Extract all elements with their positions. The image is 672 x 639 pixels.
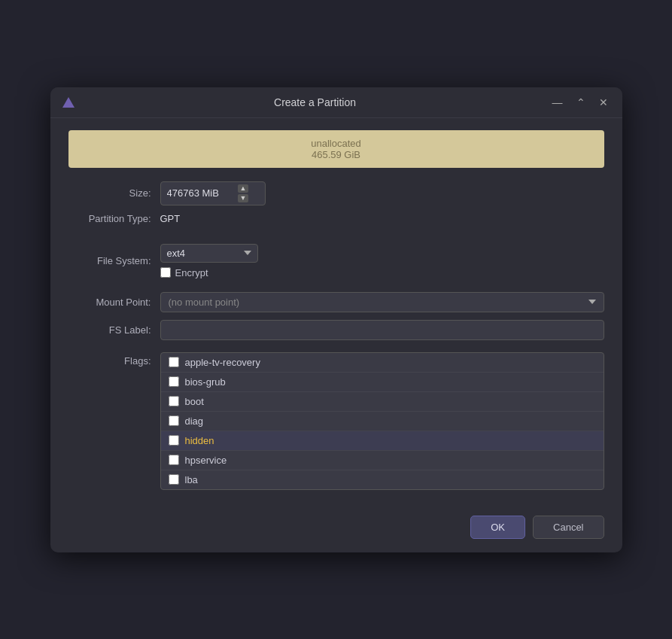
flag-item-lba: lba <box>161 470 604 489</box>
flag-checkbox-hidden[interactable] <box>169 435 179 446</box>
flag-name-apple-tv-recovery: apple-tv-recovery <box>185 357 260 368</box>
flag-checkbox-hpservice[interactable] <box>169 455 179 465</box>
fs-label-row: FS Label: <box>68 320 604 340</box>
encrypt-row: Encrypt <box>160 267 258 278</box>
size-spinners: ▲ ▼ <box>238 184 249 203</box>
size-row: Size: ▲ ▼ <box>68 181 604 205</box>
minimize-button[interactable]: — <box>549 95 567 110</box>
flags-list[interactable]: apple-tv-recovery bios-grub boot diag <box>160 352 604 490</box>
flag-checkbox-apple-tv-recovery[interactable] <box>169 357 179 367</box>
desktop-background: Create a Partition — ⌃ ✕ unallocated 465… <box>0 0 672 639</box>
unallocated-label: unallocated <box>68 138 604 149</box>
flag-checkbox-diag[interactable] <box>169 415 179 426</box>
window-controls: — ⌃ ✕ <box>549 95 612 110</box>
encrypt-checkbox[interactable] <box>160 267 171 278</box>
dialog-body: unallocated 465.59 GiB Size: ▲ ▼ Partiti… <box>50 118 622 505</box>
filesystem-label: File System: <box>68 255 151 266</box>
dialog-title: Create a Partition <box>82 96 549 108</box>
encrypt-label: Encrypt <box>175 267 208 278</box>
size-input-wrap: ▲ ▼ <box>160 181 266 205</box>
flag-name-diag: diag <box>185 415 204 427</box>
flag-checkbox-boot[interactable] <box>169 396 179 406</box>
size-label: Size: <box>68 187 151 199</box>
unallocated-bar: unallocated 465.59 GiB <box>68 130 604 168</box>
flag-name-boot: boot <box>185 396 204 407</box>
mount-point-row: Mount Point: (no mount point) / /home /b… <box>68 292 604 312</box>
size-input[interactable] <box>167 187 235 199</box>
fs-label-input[interactable] <box>160 320 604 340</box>
flag-name-lba: lba <box>185 474 198 485</box>
mount-point-select[interactable]: (no mount point) / /home /boot <box>160 292 604 312</box>
size-decrement-button[interactable]: ▼ <box>238 194 249 202</box>
unallocated-size: 465.59 GiB <box>68 149 604 160</box>
flags-label: Flags: <box>68 352 151 367</box>
filesystem-row: File System: ext4 ext3 ext2 fat32 ntfs b… <box>68 244 604 278</box>
flag-name-hpservice: hpservice <box>185 455 227 466</box>
partition-type-value: GPT <box>160 213 181 224</box>
partition-type-label: Partition Type: <box>68 213 151 224</box>
size-increment-button[interactable]: ▲ <box>238 184 249 193</box>
cancel-button[interactable]: Cancel <box>533 516 604 539</box>
close-button[interactable]: ✕ <box>595 95 612 110</box>
flag-item-boot: boot <box>161 392 604 412</box>
create-partition-dialog: Create a Partition — ⌃ ✕ unallocated 465… <box>50 87 622 552</box>
flag-checkbox-lba[interactable] <box>169 474 179 485</box>
flag-item-hidden: hidden <box>161 431 604 451</box>
flag-name-hidden: hidden <box>185 435 214 446</box>
flag-item-apple-tv-recovery: apple-tv-recovery <box>161 353 604 373</box>
filesystem-select-wrap: ext4 ext3 ext2 fat32 ntfs btrfs xfs Encr… <box>160 244 258 278</box>
flag-item-bios-grub: bios-grub <box>161 373 604 392</box>
maximize-button[interactable]: ⌃ <box>573 95 589 110</box>
flag-name-bios-grub: bios-grub <box>185 376 226 388</box>
titlebar: Create a Partition — ⌃ ✕ <box>50 87 622 118</box>
filesystem-select[interactable]: ext4 ext3 ext2 fat32 ntfs btrfs xfs <box>160 244 258 263</box>
mount-point-label: Mount Point: <box>68 297 151 308</box>
fs-label-label: FS Label: <box>68 324 151 336</box>
triangle-icon <box>62 97 74 108</box>
flag-item-hpservice: hpservice <box>161 451 604 470</box>
ok-button[interactable]: OK <box>470 516 525 539</box>
flag-checkbox-bios-grub[interactable] <box>169 376 179 387</box>
flag-item-diag: diag <box>161 412 604 431</box>
flags-row: Flags: apple-tv-recovery bios-grub boot <box>68 352 604 490</box>
dialog-footer: OK Cancel <box>50 505 622 552</box>
app-icon <box>61 95 76 110</box>
partition-type-row: Partition Type: GPT <box>68 213 604 224</box>
